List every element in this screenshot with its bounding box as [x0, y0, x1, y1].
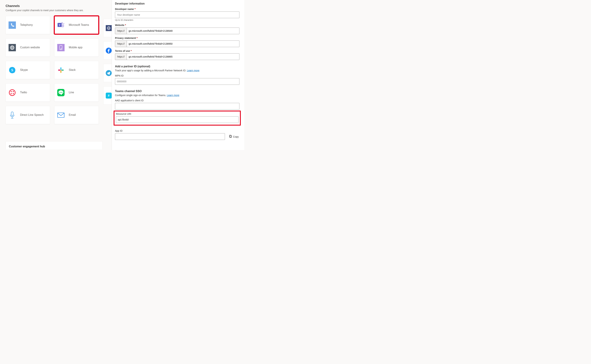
resource-uri-highlight: Resource URI: [114, 110, 241, 126]
developer-info-heading: Developer information: [115, 2, 239, 5]
partner-learn-more-link[interactable]: Learn more: [187, 69, 199, 72]
channel-card-slack[interactable]: Slack: [54, 61, 99, 79]
channels-partial-column: #: [103, 19, 112, 105]
svg-point-2: [63, 23, 64, 24]
channel-card-partial-3[interactable]: [103, 64, 112, 82]
app-id-label: App ID: [115, 130, 225, 132]
globe-icon: [9, 44, 16, 51]
channel-card-mobile-app[interactable]: Mobile app: [54, 38, 99, 57]
terms-input-group: https://: [115, 53, 239, 60]
channel-card-direct-line-speech[interactable]: Direct Line Speech: [6, 106, 50, 124]
channel-card-partial-2[interactable]: [103, 41, 112, 60]
microphone-icon: [9, 111, 16, 119]
channel-card-line[interactable]: LINE Line: [54, 83, 99, 102]
channels-subtitle: Configure your copilot channels to meet …: [6, 9, 108, 12]
channel-card-partial-4[interactable]: #: [103, 86, 112, 105]
channel-label: Custom website: [20, 46, 40, 49]
svg-rect-42: [230, 136, 231, 138]
mpn-id-input[interactable]: [115, 78, 239, 85]
svg-rect-33: [58, 113, 64, 117]
svg-rect-20: [60, 71, 61, 73]
engagement-hub-title: Customer engagement hub: [9, 145, 45, 148]
svg-rect-0: [9, 21, 16, 29]
client-id-input[interactable]: [115, 103, 239, 110]
terms-input[interactable]: [127, 53, 239, 60]
channel-label: Twilio: [20, 91, 27, 94]
copy-button[interactable]: Copy: [228, 133, 239, 140]
channel-label: Line: [69, 91, 74, 94]
channel-label: Slack: [69, 68, 76, 72]
partner-heading: Add a partner ID (optional): [115, 65, 239, 68]
channel-card-custom-website[interactable]: Custom website: [6, 38, 50, 57]
channel-label: Direct Line Speech: [20, 113, 44, 117]
channel-card-twilio[interactable]: Twilio: [6, 83, 50, 102]
sso-learn-more-link[interactable]: Learn more: [167, 94, 179, 97]
channel-card-microsoft-teams[interactable]: T Microsoft Teams: [54, 16, 99, 34]
svg-rect-43: [230, 135, 231, 137]
channel-label: Skype: [20, 68, 28, 72]
website-input[interactable]: [127, 28, 239, 34]
svg-point-25: [11, 93, 12, 94]
slack-icon: [57, 66, 65, 74]
skype-icon: S: [9, 66, 16, 74]
facebook-icon: [105, 47, 112, 54]
channel-label: Telephony: [20, 23, 33, 27]
sso-heading: Teams channel SSO: [115, 90, 239, 93]
developer-name-hint: Up to 32 characters: [115, 19, 239, 21]
svg-rect-18: [60, 67, 61, 70]
email-icon: [57, 111, 65, 119]
channels-grid: Telephony T Microsoft Teams Custom websi…: [6, 16, 108, 124]
groupme-icon: #: [105, 92, 112, 99]
channel-card-email[interactable]: Email: [54, 106, 99, 124]
terms-label: Terms of use*: [115, 50, 239, 52]
client-id-label: AAD application's client ID: [115, 99, 239, 102]
svg-text:T: T: [59, 23, 60, 26]
svg-text:#: #: [108, 94, 109, 97]
telegram-icon: [105, 70, 112, 76]
svg-point-23: [11, 91, 12, 92]
copy-button-label: Copy: [233, 135, 239, 138]
svg-point-24: [13, 91, 14, 92]
channels-panel: Channels Configure your copilot channels…: [0, 0, 112, 150]
privacy-label: Privacy statement*: [115, 37, 239, 39]
https-prefix: https://: [115, 41, 127, 47]
privacy-input-group: https://: [115, 40, 239, 47]
phone-icon: [9, 21, 16, 29]
channel-card-partial-1[interactable]: [103, 19, 112, 37]
website-input-group: https://: [115, 27, 239, 34]
mpn-id-label: MPN ID: [115, 74, 239, 77]
copy-icon: [229, 135, 232, 138]
partner-desc: Track your app's usage by adding a Micro…: [115, 69, 239, 72]
line-icon: LINE: [57, 89, 65, 96]
https-prefix: https://: [115, 53, 127, 60]
channel-label: Email: [69, 113, 76, 117]
teams-icon: T: [57, 21, 65, 29]
app-id-input[interactable]: [115, 133, 225, 140]
website-label: Website*: [115, 24, 239, 26]
svg-point-26: [13, 93, 14, 94]
svg-text:S: S: [11, 68, 13, 72]
svg-text:LINE: LINE: [59, 91, 63, 93]
channel-label: Mobile app: [69, 46, 82, 49]
customer-engagement-hub-card[interactable]: Customer engagement hub: [6, 141, 103, 150]
developer-name-label: Developer name*: [115, 8, 239, 10]
channels-title: Channels: [6, 4, 108, 8]
channel-card-skype[interactable]: S Skype: [6, 61, 50, 79]
svg-rect-21: [58, 70, 60, 71]
svg-rect-19: [61, 70, 64, 71]
svg-point-22: [9, 90, 15, 96]
developer-info-panel: Developer information Developer name* Up…: [112, 0, 244, 150]
twilio-icon: [9, 89, 16, 96]
resource-uri-label: Resource URI: [116, 112, 238, 115]
svg-rect-30: [11, 112, 13, 116]
developer-name-input[interactable]: [115, 12, 239, 18]
channel-card-telephony[interactable]: Telephony: [6, 16, 50, 34]
globe-dark-icon: [105, 25, 112, 31]
https-prefix: https://: [115, 28, 127, 34]
mobile-icon: [57, 44, 65, 51]
sso-desc: Configure single sign-on information for…: [115, 94, 239, 97]
svg-rect-12: [57, 44, 65, 51]
privacy-input[interactable]: [127, 41, 239, 47]
resource-uri-input[interactable]: [116, 116, 238, 123]
channel-label: Microsoft Teams: [69, 23, 89, 27]
